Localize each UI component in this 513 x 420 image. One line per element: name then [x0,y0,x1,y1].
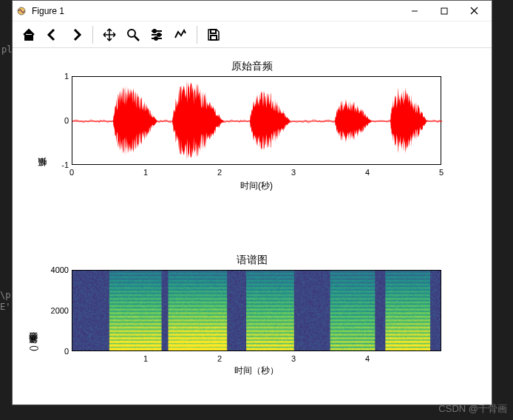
chart1-ytick: -1 [55,160,69,169]
bg-code-1: pl [1,44,12,55]
svg-rect-2 [441,8,447,14]
chart1-ytick: 0 [55,116,69,125]
chart2-plot [72,270,441,351]
chart2-ytick: 2000 [45,306,69,315]
chart1-xtick: 1 [143,168,148,177]
svg-point-11 [157,33,160,36]
bg-code-3: E' [0,302,10,312]
svg-line-6 [135,36,139,41]
save-icon[interactable] [203,24,224,45]
minimize-button[interactable] [400,1,429,21]
chart2-xtick: 4 [365,354,370,363]
app-icon [16,5,27,17]
chart1-title: 原始音频 [13,60,492,73]
chart1-xtick: 5 [439,168,444,177]
close-button[interactable] [459,1,489,21]
chart2-xtick: 3 [291,354,296,363]
titlebar: Figure 1 [13,1,492,21]
chart2-ytick: 0 [45,347,69,356]
figure-window: Figure 1 原始音频 振幅 012345 -101 时间(秒) 语谱图 频… [12,0,492,405]
chart2-ylabel: 频率(赫兹) [27,270,40,351]
configure-icon[interactable] [146,24,167,45]
svg-point-10 [153,30,156,33]
figure-canvas[interactable]: 原始音频 振幅 012345 -101 时间(秒) 语谱图 频率(赫兹) 123… [13,48,492,404]
chart2-xlabel: 时间（秒） [72,365,441,377]
toolbar-divider [92,26,93,44]
svg-point-5 [128,30,135,37]
pan-icon[interactable] [99,24,120,45]
toolbar-divider [197,26,197,44]
toolbar [13,21,492,48]
chart2-xtick: 1 [143,354,148,363]
chart2-title: 语谱图 [13,254,492,267]
chart2-ytick: 4000 [45,265,69,274]
forward-icon[interactable] [66,24,86,45]
chart1-xtick: 0 [69,168,74,177]
axes-icon[interactable] [170,24,191,45]
chart1-xtick: 2 [217,168,222,177]
chart1-ylabel: 振幅 [36,100,49,174]
chart1-xtick: 3 [291,168,296,177]
back-icon[interactable] [42,24,63,45]
svg-rect-14 [211,35,217,40]
chart1-plot [72,76,441,165]
bg-code-2: \p [0,290,10,300]
svg-rect-13 [211,30,216,33]
home-icon[interactable] [18,24,39,45]
chart1-xtick: 4 [365,168,370,177]
chart2-xtick: 2 [217,354,222,363]
zoom-icon[interactable] [123,24,143,45]
svg-point-12 [154,37,157,40]
window-title: Figure 1 [32,6,64,16]
maximize-button[interactable] [429,1,459,21]
chart1-ytick: 1 [55,72,69,81]
chart1-xlabel: 时间(秒) [72,180,441,192]
